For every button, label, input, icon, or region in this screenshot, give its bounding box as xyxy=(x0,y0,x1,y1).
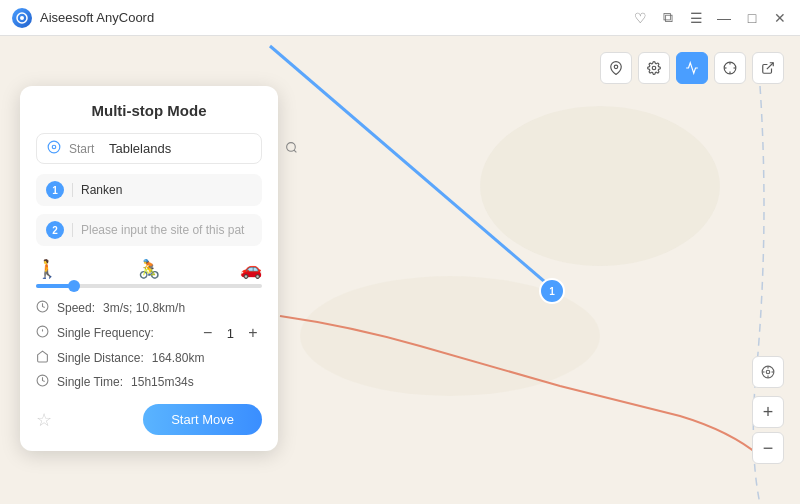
zoom-controls: + − xyxy=(752,356,784,464)
app-logo xyxy=(12,8,32,28)
start-input[interactable] xyxy=(109,141,277,156)
frequency-decrease-button[interactable]: − xyxy=(199,324,217,342)
distance-info-row: Single Distance: 164.80km xyxy=(36,350,262,366)
map-area[interactable]: 1 xyxy=(0,36,800,504)
start-location-icon xyxy=(47,140,61,157)
minimize-icon[interactable]: — xyxy=(716,10,732,26)
time-label: Single Time: xyxy=(57,375,123,389)
svg-line-25 xyxy=(294,150,296,152)
stop-dot-1: 1 xyxy=(46,181,64,199)
zoom-out-button[interactable]: − xyxy=(752,432,784,464)
svg-point-23 xyxy=(52,145,56,149)
frequency-value: 1 xyxy=(227,326,234,341)
search-icon[interactable] xyxy=(285,141,298,157)
favorite-button[interactable]: ☆ xyxy=(36,409,52,431)
slider-thumb[interactable] xyxy=(68,280,80,292)
menu-icon[interactable]: ☰ xyxy=(688,10,704,26)
frequency-info-row: Single Frequency: − 1 + xyxy=(36,324,262,342)
speed-label: Speed: xyxy=(57,301,95,315)
favorite-icon[interactable]: ♡ xyxy=(632,10,648,26)
frequency-increase-button[interactable]: + xyxy=(244,324,262,342)
frequency-controls: − 1 + xyxy=(199,324,262,342)
map-toolbar xyxy=(600,52,784,84)
svg-point-22 xyxy=(48,141,60,153)
zoom-in-button[interactable]: + xyxy=(752,396,784,428)
panel-bottom: ☆ Start Move xyxy=(36,404,262,435)
svg-point-24 xyxy=(287,142,296,151)
svg-text:1: 1 xyxy=(549,286,555,297)
restore-icon[interactable]: ⧉ xyxy=(660,10,676,26)
slider-track xyxy=(36,284,262,288)
walk-icon[interactable]: 🚶 xyxy=(36,258,58,280)
pin-tool-button[interactable] xyxy=(600,52,632,84)
frequency-icon xyxy=(36,325,49,341)
stop-placeholder-2: Please input the site of this pat xyxy=(81,223,252,237)
close-icon[interactable]: ✕ xyxy=(772,10,788,26)
speed-value: 3m/s; 10.8km/h xyxy=(103,301,185,315)
car-icon[interactable]: 🚗 xyxy=(240,258,262,280)
svg-point-8 xyxy=(614,65,618,69)
distance-value: 164.80km xyxy=(152,351,205,365)
speed-info-row: Speed: 3m/s; 10.8km/h xyxy=(36,300,262,316)
stop-dot-2: 2 xyxy=(46,221,64,239)
svg-point-1 xyxy=(20,16,24,20)
multistop-panel: Multi-stop Mode Start 1 Ranken xyxy=(20,86,278,451)
svg-line-15 xyxy=(767,63,773,69)
slider-fill xyxy=(36,284,70,288)
stop-row-1: 1 Ranken xyxy=(36,174,262,206)
start-label: Start xyxy=(69,142,101,156)
settings-tool-button[interactable] xyxy=(638,52,670,84)
distance-label: Single Distance: xyxy=(57,351,144,365)
svg-point-9 xyxy=(652,66,656,70)
export-tool-button[interactable] xyxy=(752,52,784,84)
transport-row: 🚶 🚴 🚗 xyxy=(36,258,262,280)
bike-icon[interactable]: 🚴 xyxy=(138,258,160,280)
svg-point-17 xyxy=(766,370,770,374)
time-value: 15h15m34s xyxy=(131,375,194,389)
stop-row-2: 2 Please input the site of this pat xyxy=(36,214,262,246)
frequency-label: Single Frequency: xyxy=(57,326,154,340)
svg-point-3 xyxy=(480,106,720,266)
time-icon xyxy=(36,374,49,390)
stop-divider-1 xyxy=(72,183,73,197)
route-tool-button[interactable] xyxy=(676,52,708,84)
window-controls: ♡ ⧉ ☰ — □ ✕ xyxy=(632,10,788,26)
start-move-button[interactable]: Start Move xyxy=(143,404,262,435)
titlebar: Aiseesoft AnyCoord ♡ ⧉ ☰ — □ ✕ xyxy=(0,0,800,36)
start-location-row: Start xyxy=(36,133,262,164)
stop-text-1: Ranken xyxy=(81,183,252,197)
speed-slider-container xyxy=(36,284,262,288)
locate-button[interactable] xyxy=(752,356,784,388)
panel-title: Multi-stop Mode xyxy=(36,102,262,119)
crosshair-tool-button[interactable] xyxy=(714,52,746,84)
stop-divider-2 xyxy=(72,223,73,237)
maximize-icon[interactable]: □ xyxy=(744,10,760,26)
time-info-row: Single Time: 15h15m34s xyxy=(36,374,262,390)
app-title: Aiseesoft AnyCoord xyxy=(40,10,632,25)
distance-icon xyxy=(36,350,49,366)
speed-icon xyxy=(36,300,49,316)
